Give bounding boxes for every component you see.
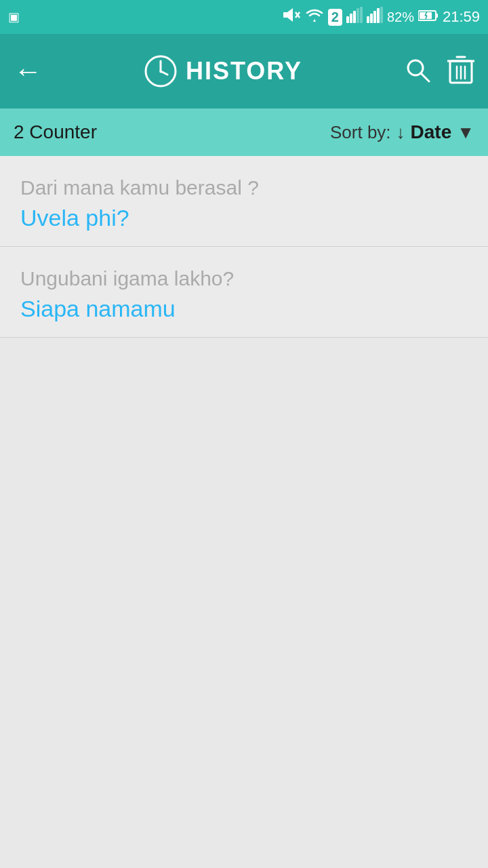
sort-value-label: Date bbox=[411, 121, 452, 143]
status-bar: ▣ 2 bbox=[0, 0, 488, 34]
svg-rect-10 bbox=[373, 11, 376, 23]
svg-line-21 bbox=[161, 71, 167, 75]
wifi-icon bbox=[305, 7, 324, 27]
svg-rect-4 bbox=[350, 14, 352, 23]
svg-line-23 bbox=[421, 73, 429, 81]
sort-by-label: Sort by: bbox=[330, 122, 391, 143]
battery-icon bbox=[418, 8, 439, 26]
translation-text: Siapa namamu bbox=[20, 296, 468, 322]
svg-rect-6 bbox=[357, 8, 359, 23]
screen-icon: ▣ bbox=[8, 9, 20, 24]
time-display: 21:59 bbox=[443, 8, 480, 26]
delete-button[interactable] bbox=[447, 54, 474, 88]
sort-container[interactable]: Sort by: ↓ Date ▼ bbox=[330, 121, 474, 143]
clock-icon bbox=[144, 54, 178, 88]
svg-rect-9 bbox=[370, 14, 373, 23]
mute-icon bbox=[282, 7, 301, 27]
history-list: Dari mana kamu berasal ? Uvela phi? Ungu… bbox=[0, 156, 488, 338]
app-bar-actions bbox=[404, 54, 474, 88]
counter-label: 2 Counter bbox=[14, 121, 97, 143]
counter-bar: 2 Counter Sort by: ↓ Date ▼ bbox=[0, 108, 488, 156]
search-button[interactable] bbox=[404, 56, 431, 86]
source-text: Dari mana kamu berasal ? bbox=[20, 176, 468, 199]
sort-direction-icon: ↓ bbox=[396, 122, 405, 143]
sort-dropdown-icon[interactable]: ▼ bbox=[457, 122, 474, 143]
signal1-icon bbox=[346, 7, 363, 27]
svg-rect-3 bbox=[346, 16, 349, 23]
sim-badge: 2 bbox=[328, 9, 342, 26]
svg-rect-11 bbox=[377, 8, 380, 23]
svg-rect-8 bbox=[367, 16, 369, 23]
empty-area bbox=[0, 338, 488, 867]
status-bar-right: 2 82% bbox=[282, 7, 480, 27]
svg-rect-5 bbox=[353, 11, 356, 23]
app-bar-title-group: HISTORY bbox=[144, 54, 302, 88]
translation-text: Uvela phi? bbox=[20, 205, 468, 231]
app-bar: ← HISTORY bbox=[0, 34, 488, 108]
svg-rect-7 bbox=[360, 7, 363, 23]
svg-rect-0 bbox=[283, 12, 287, 18]
back-button[interactable]: ← bbox=[14, 55, 42, 87]
svg-rect-12 bbox=[380, 7, 383, 23]
list-item[interactable]: Dari mana kamu berasal ? Uvela phi? bbox=[0, 156, 488, 247]
list-item[interactable]: Ungubani igama lakho? Siapa namamu bbox=[0, 247, 488, 338]
signal2-icon bbox=[367, 7, 383, 27]
page-title: HISTORY bbox=[186, 57, 302, 85]
source-text: Ungubani igama lakho? bbox=[20, 267, 468, 290]
svg-rect-14 bbox=[436, 14, 438, 18]
battery-percent: 82% bbox=[387, 9, 414, 25]
status-bar-left: ▣ bbox=[8, 9, 20, 24]
